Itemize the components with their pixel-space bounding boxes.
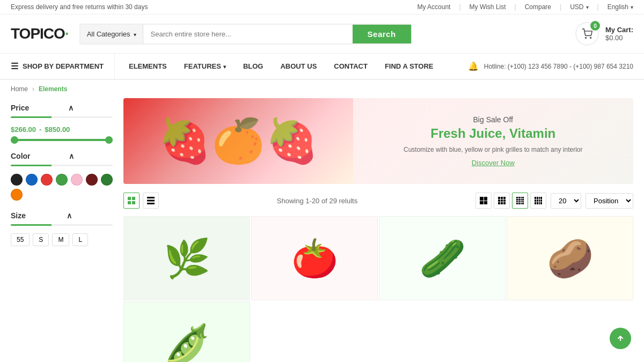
banner-discover-link[interactable]: Discover Now: [472, 159, 515, 167]
color-swatch-black[interactable]: [11, 174, 23, 186]
color-filter-header[interactable]: Color ∧: [11, 152, 113, 160]
cart-label: My Cart:: [605, 26, 633, 34]
banner-subtitle: Big Sale Off: [369, 115, 618, 124]
price-min: $266.00: [11, 125, 36, 134]
search-input[interactable]: [143, 25, 353, 43]
price-slider-fill: [11, 139, 113, 141]
scroll-top-icon: [616, 334, 625, 343]
size-55[interactable]: 55: [11, 233, 30, 246]
breadcrumb-arrow: ›: [32, 85, 34, 93]
sort-select[interactable]: Position Name Price: [586, 193, 633, 209]
cart-icon: [582, 28, 592, 39]
svg-rect-3: [132, 197, 135, 200]
scroll-to-top-button[interactable]: [610, 328, 631, 349]
product-image: 🥒: [379, 217, 505, 300]
cart-badge: 0: [590, 21, 600, 31]
compare-link[interactable]: Compare: [525, 3, 551, 11]
color-swatch-red[interactable]: [41, 174, 53, 186]
size-collapse-icon: ∧: [67, 211, 72, 220]
price-filter: Price ∧ $266.00 - $850.00: [11, 104, 113, 141]
nav-items: ELEMENTS FEATURES BLOG ABOUT US CONTACT …: [120, 55, 468, 78]
color-swatch-pink[interactable]: [71, 174, 83, 186]
color-swatch-green[interactable]: [101, 174, 113, 186]
svg-rect-4: [128, 201, 131, 204]
main-layout: Price ∧ $266.00 - $850.00 Color ∧: [0, 98, 644, 362]
size-l[interactable]: L: [72, 233, 88, 246]
grid-view-icon: [128, 197, 135, 204]
size-filter-header[interactable]: Size ∧: [11, 211, 113, 220]
banner-fruit-decoration: 🍓🍊🍓: [123, 98, 353, 184]
size-m[interactable]: M: [52, 233, 69, 246]
banner-image: 🍓🍊🍓: [123, 98, 353, 184]
svg-rect-7: [147, 200, 155, 202]
view-options: [123, 193, 159, 209]
price-separator: -: [39, 125, 41, 134]
nav-item-elements[interactable]: ELEMENTS: [120, 55, 175, 78]
grid-view-button[interactable]: [123, 193, 140, 209]
price-slider-thumb-left[interactable]: [11, 136, 18, 144]
language-chevron-icon: [631, 3, 633, 11]
color-swatch-green-dark[interactable]: [56, 174, 68, 186]
list-item[interactable]: 🥔: [507, 216, 633, 300]
wish-list-link[interactable]: My Wish List: [470, 3, 506, 11]
color-swatch-orange[interactable]: [11, 189, 23, 201]
price-slider-track[interactable]: [11, 139, 113, 141]
price-collapse-icon: ∧: [68, 104, 74, 112]
list-item[interactable]: 🌿: [123, 216, 250, 300]
shop-dept-label: SHOP BY DEPARTMENT: [23, 62, 104, 70]
grid-4col-button[interactable]: [512, 193, 528, 209]
list-item[interactable]: 🥒: [379, 216, 506, 300]
top-bar: Express delivery and free returns within…: [0, 0, 644, 14]
currency-selector[interactable]: USD: [570, 3, 588, 11]
grid-3col-button[interactable]: [494, 193, 510, 209]
product-image: 🥔: [507, 217, 633, 300]
nav-item-store[interactable]: FIND A STORE: [376, 55, 442, 78]
nav-item-about[interactable]: ABOUT US: [272, 55, 325, 78]
nav-item-features[interactable]: FEATURES: [175, 55, 235, 78]
svg-rect-5: [132, 201, 135, 204]
category-dropdown[interactable]: All Categories: [80, 25, 143, 43]
cart-total: $0.00: [605, 34, 633, 42]
product-image: 🫛: [124, 302, 250, 362]
cart-icon-button[interactable]: 0: [575, 22, 599, 46]
filter-line-color: [11, 165, 113, 166]
list-item[interactable]: 🫛: [123, 301, 250, 362]
search-button[interactable]: Search: [353, 25, 411, 43]
breadcrumb-current: Elements: [39, 85, 67, 93]
list-view-button[interactable]: [143, 193, 159, 209]
features-chevron-icon: [223, 62, 226, 70]
nav-item-blog[interactable]: BLOG: [235, 55, 272, 78]
svg-point-0: [586, 38, 587, 39]
grid-5col-button[interactable]: [530, 193, 546, 209]
price-filter-title: Price: [11, 104, 29, 112]
price-slider-thumb-right[interactable]: [105, 136, 113, 144]
main-content: 🍓🍊🍓 Big Sale Off Fresh Juice, Vitamin Cu…: [123, 98, 633, 362]
language-selector[interactable]: English: [608, 3, 633, 11]
per-page-select[interactable]: 20 40 60: [551, 193, 581, 209]
breadcrumb-home[interactable]: Home: [11, 85, 28, 93]
banner-text-area: Big Sale Off Fresh Juice, Vitamin Custom…: [353, 105, 634, 178]
grid-2col-button[interactable]: [475, 193, 492, 209]
filter-line-price: [11, 116, 113, 118]
products-grid: 🌿 🍅 🥒 🥔: [123, 216, 633, 362]
bell-icon[interactable]: 🔔: [468, 61, 479, 71]
svg-rect-6: [147, 197, 155, 198]
hamburger-icon: ☰: [11, 61, 18, 71]
shop-by-department[interactable]: ☰ SHOP BY DEPARTMENT: [11, 54, 115, 79]
my-account-link[interactable]: My Account: [417, 3, 450, 11]
color-swatch-dark-red[interactable]: [86, 174, 98, 186]
banner: 🍓🍊🍓 Big Sale Off Fresh Juice, Vitamin Cu…: [123, 98, 633, 184]
price-range-display: $266.00 - $850.00: [11, 125, 113, 134]
cart-area: 0 My Cart: $0.00: [575, 22, 633, 46]
color-swatch-blue[interactable]: [26, 174, 38, 186]
grid-size-options: [475, 193, 546, 209]
price-filter-header[interactable]: Price ∧: [11, 104, 113, 112]
svg-point-1: [590, 38, 591, 39]
color-filter: Color ∧: [11, 152, 113, 201]
banner-description: Customize with blue, yellow or pink gril…: [369, 146, 618, 153]
list-item[interactable]: 🍅: [251, 216, 378, 300]
size-s[interactable]: S: [33, 233, 49, 246]
logo[interactable]: TOPICO·: [11, 25, 69, 42]
nav-item-contact[interactable]: CONTACT: [325, 55, 376, 78]
grid-4col-icon: [516, 197, 524, 204]
